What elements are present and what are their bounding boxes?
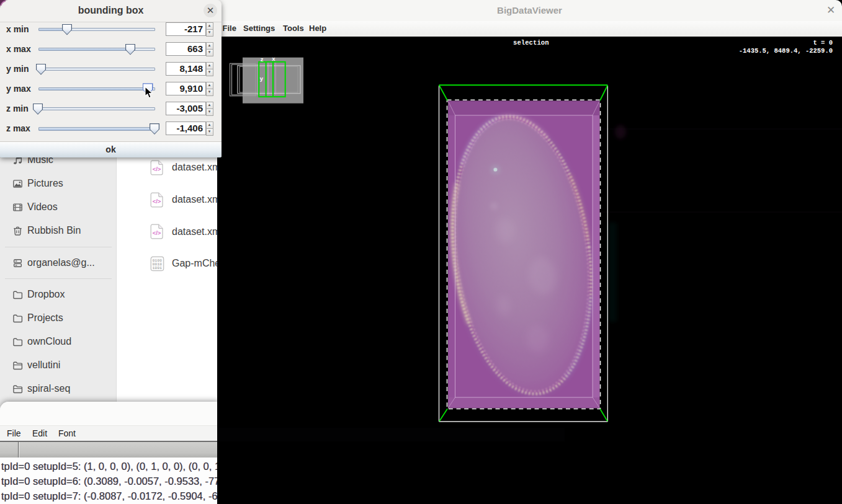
svg-text:y: y xyxy=(260,75,264,82)
svg-text:</>: </> xyxy=(153,166,161,172)
svg-text:</>: </> xyxy=(153,198,161,205)
svg-text:x: x xyxy=(272,55,275,62)
svg-text:</>: </> xyxy=(153,229,161,236)
svg-text:1001: 1001 xyxy=(153,266,162,270)
svg-text:z: z xyxy=(261,56,264,63)
